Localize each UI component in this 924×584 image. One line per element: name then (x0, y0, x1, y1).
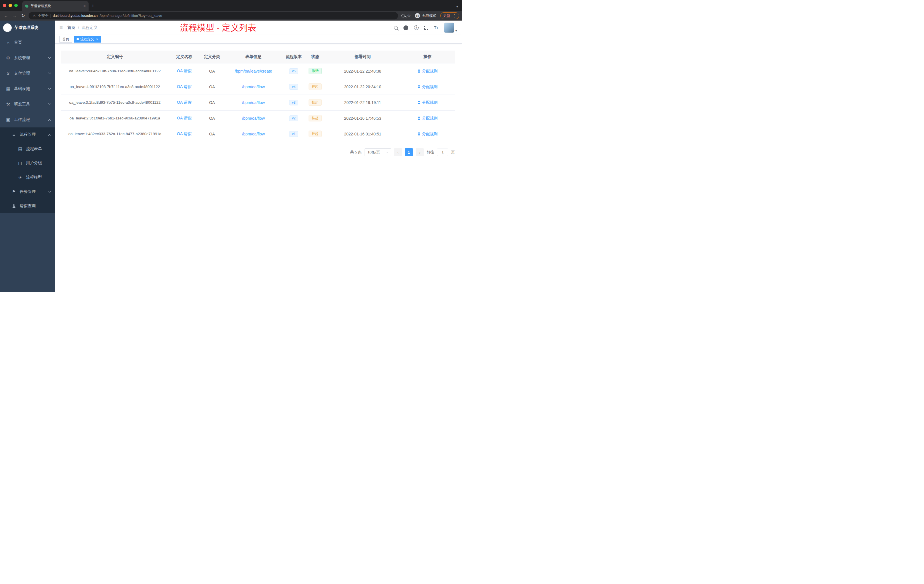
page-suffix-label: 页 (451, 150, 455, 155)
paper-plane-icon: ✈ (18, 175, 23, 180)
font-size-icon[interactable]: Tт (434, 25, 438, 30)
sidebar-item-home[interactable]: ⌂ 首页 (0, 35, 55, 50)
tag-process-definition[interactable]: 流程定义 × (74, 36, 101, 43)
tags-view-bar: 首页 流程定义 × (55, 35, 462, 44)
address-bar[interactable]: ⚠ 不安全 dashboard.yudao.iocoder.cn/bpm/man… (28, 12, 398, 20)
deploy-time: 2022-01-22 20:34:10 (325, 79, 400, 94)
pagination: 共 5 条 10条/页 ‹ 1 › 前往 页 (61, 148, 455, 156)
version-badge: v1 (289, 131, 299, 137)
form-info-link[interactable]: /bpm/oa/flow (242, 100, 264, 105)
col-actions: 操作 (400, 51, 455, 63)
goto-page-input[interactable] (437, 148, 448, 156)
assign-rule-link[interactable]: 分配规则 (417, 84, 437, 89)
sidebar-item-process-model[interactable]: ✈ 流程模型 (0, 170, 55, 185)
version-badge: v2 (289, 115, 299, 121)
form-info-link[interactable]: /bpm/oa/leave/create (235, 69, 272, 73)
definition-name-link[interactable]: OA 请假 (177, 132, 191, 136)
user-icon (417, 132, 421, 135)
definition-name-link[interactable]: OA 请假 (177, 69, 191, 73)
close-window-button[interactable] (3, 4, 6, 7)
sidebar-item-leave-query[interactable]: 请假查询 (0, 199, 55, 213)
bookmark-star-icon[interactable]: ☆ (407, 13, 411, 18)
brand-logo-avatar (3, 23, 12, 32)
form-info-link[interactable]: /bpm/oa/flow (242, 116, 264, 120)
content-area: 定义编号 定义名称 定义分类 表单信息 流程版本 状态 部署时间 操作 oa_l… (55, 44, 462, 292)
tag-home[interactable]: 首页 (59, 36, 72, 43)
definition-category: OA (200, 79, 224, 94)
chevron-down-icon (386, 150, 389, 153)
tab-close-icon[interactable]: × (83, 4, 86, 8)
forward-icon[interactable]: → (12, 13, 18, 18)
page-size-select[interactable]: 10条/页 (365, 148, 391, 156)
sidebar-item-system-management[interactable]: ⚙ 系统管理 (0, 50, 55, 66)
password-key-icon[interactable] (401, 14, 405, 17)
sidebar-item-payment-management[interactable]: ¥ 支付管理 (0, 66, 55, 81)
assign-rule-link[interactable]: 分配规则 (417, 69, 437, 74)
deploy-time: 2022-01-16 01:40:51 (325, 126, 400, 142)
new-tab-button[interactable]: + (91, 3, 94, 9)
sidebar-item-user-group[interactable]: ◫ 用户分组 (0, 156, 55, 170)
form-info-link[interactable]: /bpm/oa/flow (242, 132, 264, 136)
prev-page-button[interactable]: ‹ (394, 148, 402, 156)
yen-icon: ¥ (6, 71, 11, 76)
table-row: oa_leave:4:991f2193-7b7f-11ec-a3c8-acde4… (61, 79, 455, 94)
form-info-link[interactable]: /bpm/oa/flow (242, 84, 264, 89)
sidebar-item-process-form[interactable]: ▤ 流程表单 (0, 142, 55, 156)
active-tag-dot (77, 38, 79, 40)
sidebar-item-label: 工作流程 (14, 117, 30, 122)
search-icon[interactable] (394, 26, 398, 30)
sidebar-item-label: 基础设施 (14, 86, 30, 91)
assign-rule-link[interactable]: 分配规则 (417, 132, 437, 137)
assign-rule-link[interactable]: 分配规则 (417, 116, 437, 121)
sidebar-item-infrastructure[interactable]: ▦ 基础设施 (0, 81, 55, 97)
page-1-button[interactable]: 1 (405, 148, 413, 156)
sidebar-collapse-icon[interactable]: ≡ (59, 25, 63, 31)
tag-close-icon[interactable]: × (96, 37, 98, 41)
security-label[interactable]: 不安全 (38, 13, 49, 18)
fullscreen-icon[interactable] (424, 26, 428, 30)
sidebar-item-workflow[interactable]: ▣ 工作流程 (0, 112, 55, 127)
definition-id: oa_leave:5:004b710b-7b8a-11ec-8ef0-acde4… (61, 63, 169, 79)
goto-label: 前往 (427, 150, 434, 155)
tab-search-icon[interactable]: ▾ (456, 5, 458, 8)
definition-name-link[interactable]: OA 请假 (177, 84, 191, 89)
deploy-time: 2022-01-22 21:48:38 (325, 63, 400, 79)
zoom-window-button[interactable] (14, 4, 18, 7)
col-definition-id: 定义编号 (61, 51, 169, 63)
avatar[interactable] (444, 23, 454, 33)
user-icon (417, 101, 421, 104)
table-row: oa_leave:5:004b710b-7b8a-11ec-8ef0-acde4… (61, 63, 455, 79)
incognito-badge: oo 无痕模式 (415, 13, 436, 18)
sidebar-item-dev-tools[interactable]: ⚒ 研发工具 (0, 97, 55, 112)
browser-tab[interactable]: 芋道管理系统 × (22, 1, 89, 11)
sidebar-item-process-management[interactable]: ≡ 流程管理 (0, 127, 55, 142)
browser-update-chip[interactable]: 更新 ⋮ (440, 12, 459, 19)
sidebar: 芋道管理系统 ⌂ 首页 ⚙ 系统管理 ¥ 支付管理 ▦ 基础设施 ⚒ 研发工具 … (0, 21, 55, 292)
url-host: dashboard.yudao.iocoder.cn (53, 14, 98, 18)
definition-name-link[interactable]: OA 请假 (177, 116, 191, 120)
breadcrumb: 首页 / 流程定义 (68, 25, 98, 30)
back-icon[interactable]: ← (3, 13, 9, 18)
browser-menu-icon[interactable]: ⋮ (452, 13, 456, 18)
minimize-window-button[interactable] (8, 4, 12, 7)
tag-label: 流程定义 (80, 37, 94, 42)
definition-table: 定义编号 定义名称 定义分类 表单信息 流程版本 状态 部署时间 操作 oa_l… (61, 51, 455, 142)
status-badge: 挂起 (309, 130, 322, 137)
help-icon[interactable]: ? (414, 25, 419, 30)
topbar: ≡ 首页 / 流程定义 流程模型 - 定义列表 ? Tт ▾ (55, 21, 462, 35)
chevron-down-icon (48, 71, 51, 74)
reload-icon[interactable]: ↻ (20, 13, 26, 18)
definition-name-link[interactable]: OA 请假 (177, 100, 191, 105)
next-page-button[interactable]: › (416, 148, 424, 156)
sidebar-item-task-management[interactable]: ⚑ 任务管理 (0, 185, 55, 199)
github-icon[interactable] (403, 25, 408, 30)
sidebar-item-label: 任务管理 (20, 189, 36, 194)
breadcrumb-home[interactable]: 首页 (68, 25, 76, 30)
col-status: 状态 (305, 51, 325, 63)
workflow-submenu: ≡ 流程管理 ▤ 流程表单 ◫ 用户分组 ✈ 流程模型 ⚑ 任务管理 (0, 127, 55, 213)
user-menu[interactable]: ▾ (444, 23, 457, 33)
version-badge: v5 (289, 68, 299, 74)
dashboard-icon: ⌂ (6, 40, 11, 45)
assign-rule-link[interactable]: 分配规则 (417, 100, 437, 105)
sidebar-item-label: 首页 (14, 40, 22, 45)
